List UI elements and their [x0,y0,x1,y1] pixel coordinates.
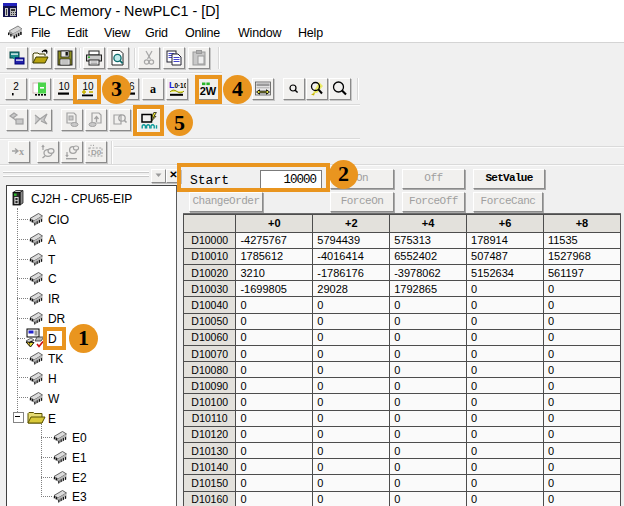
svg-text:2: 2 [13,81,19,92]
svg-text:10: 10 [58,81,70,92]
svg-text:D0: D0 [91,148,102,157]
svg-text:0·10: 0·10 [174,82,186,89]
svg-text:!: ! [28,341,30,347]
svg-text:a: a [150,82,156,96]
svg-text:x: x [19,146,24,157]
